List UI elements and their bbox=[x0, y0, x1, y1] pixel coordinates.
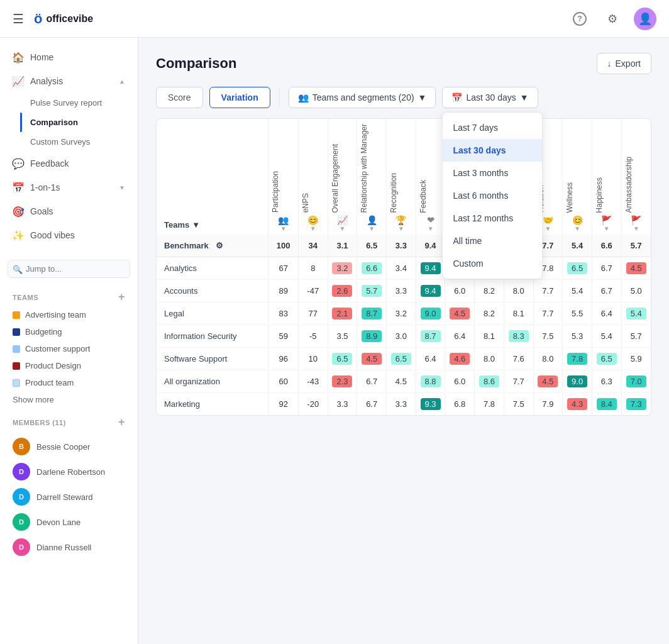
date-option-custom[interactable]: Custom bbox=[443, 252, 542, 275]
participation-sort[interactable]: ▼ bbox=[271, 225, 295, 232]
cell-value-2-0: 83 bbox=[274, 308, 294, 319]
cell-2-9: 7.7 bbox=[533, 303, 563, 325]
date-option-3months[interactable]: Last 3 months bbox=[443, 162, 542, 184]
cell-value-1-7: 8.2 bbox=[479, 285, 499, 297]
sidebar-item-goals[interactable]: 🎯 Goals bbox=[0, 199, 138, 223]
sidebar-item-analysis[interactable]: 📈 Analysis ▲ bbox=[0, 69, 138, 93]
table-row: Software Support96106.54.56.56.44.68.07.… bbox=[157, 348, 651, 370]
feedback-col-icon: ❤ bbox=[419, 215, 443, 225]
date-option-6months[interactable]: Last 6 months bbox=[443, 184, 542, 207]
sidebar-goals-label: Goals bbox=[30, 206, 53, 216]
ambassadorship-icon: 🚩 bbox=[624, 215, 648, 225]
cell-value-3-11: 5.4 bbox=[597, 330, 617, 342]
benchmark-settings-icon[interactable]: ⚙ bbox=[216, 241, 223, 250]
sidebar-analysis-label: Analysis bbox=[30, 76, 63, 86]
tab-variation[interactable]: Variation bbox=[209, 87, 270, 108]
cell-value-5-10: 9.0 bbox=[567, 375, 587, 387]
cell-6-5: 9.3 bbox=[416, 393, 445, 416]
date-filter-button[interactable]: 📅 Last 30 days ▼ bbox=[442, 87, 538, 108]
sidebar-item-1on1s[interactable]: 📅 1-on-1s ▼ bbox=[0, 175, 138, 199]
col-ambassadorship-label: Ambassadorship bbox=[624, 157, 633, 213]
row-label-6: Marketing bbox=[157, 393, 268, 416]
avatar-bessie: B bbox=[13, 438, 30, 455]
ambassadorship-sort[interactable]: ▼ bbox=[624, 225, 648, 232]
member-devon[interactable]: D Devon Lane bbox=[0, 509, 138, 535]
cell-5-6: 6.0 bbox=[445, 370, 475, 393]
cell-value-6-2: 3.3 bbox=[332, 398, 352, 410]
cell-4-8: 7.6 bbox=[504, 348, 533, 370]
jump-to-section: 🔍 bbox=[8, 260, 130, 278]
comparison-table-wrap: Teams ▼ Participation 👥 ▼ bbox=[156, 118, 651, 416]
add-team-button[interactable]: + bbox=[118, 291, 125, 304]
benchmark-ambassadorship: 5.7 bbox=[621, 235, 651, 257]
user-avatar[interactable]: 👤 bbox=[634, 8, 656, 30]
date-dropdown-menu: Last 7 days Last 30 days Last 3 months L… bbox=[442, 112, 543, 279]
settings-button[interactable]: ⚙ bbox=[601, 8, 624, 30]
happiness-sort[interactable]: ▼ bbox=[595, 225, 619, 232]
sub-nav-comparison[interactable]: Comparison bbox=[30, 113, 138, 132]
col-relationship: Relationship with Manager 👤 ▼ bbox=[357, 119, 387, 235]
cell-value-6-12: 7.3 bbox=[626, 398, 646, 410]
sub-nav-pulse-survey[interactable]: Pulse Survey report bbox=[30, 93, 138, 113]
members-section-title: MEMBERS (11) + bbox=[13, 416, 125, 429]
cell-value-5-7: 8.6 bbox=[479, 375, 499, 387]
team-budgeting[interactable]: Budgeting bbox=[0, 323, 138, 340]
cell-value-3-8: 8.3 bbox=[509, 330, 529, 342]
relationship-sort[interactable]: ▼ bbox=[360, 225, 384, 232]
date-option-12months[interactable]: Last 12 months bbox=[443, 207, 542, 230]
overall-sort[interactable]: ▼ bbox=[331, 225, 355, 232]
sidebar-item-feedback[interactable]: 💬 Feedback bbox=[0, 152, 138, 175]
col-enps-label: eNPS bbox=[301, 193, 310, 213]
tab-score[interactable]: Score bbox=[156, 87, 203, 108]
member-bessie[interactable]: B Bessie Cooper bbox=[0, 434, 138, 459]
cell-0-0: 67 bbox=[268, 257, 298, 280]
cell-5-3: 6.7 bbox=[357, 370, 387, 393]
benchmark-participation: 100 bbox=[268, 235, 298, 257]
member-dianne[interactable]: D Dianne Russell bbox=[0, 535, 138, 560]
cell-4-6: 4.6 bbox=[445, 348, 475, 370]
sidebar-item-home[interactable]: 🏠 Home bbox=[0, 45, 138, 69]
cell-value-3-4: 3.0 bbox=[391, 330, 411, 342]
cell-value-1-4: 3.3 bbox=[391, 285, 411, 297]
cell-4-5: 6.4 bbox=[416, 348, 445, 370]
cell-value-2-8: 8.1 bbox=[509, 308, 529, 319]
cell-value-6-1: -20 bbox=[303, 398, 323, 410]
sidebar-item-good-vibes[interactable]: ✨ Good vibes bbox=[0, 223, 138, 247]
sub-nav-custom-surveys[interactable]: Custom Surveys bbox=[30, 132, 138, 152]
cell-2-4: 3.2 bbox=[387, 303, 416, 325]
cell-value-0-0: 67 bbox=[274, 262, 294, 274]
team-customer-support[interactable]: Customer support bbox=[0, 340, 138, 357]
add-member-button[interactable]: + bbox=[118, 416, 125, 429]
show-more-button[interactable]: Show more bbox=[0, 391, 138, 408]
team-dot-product-design bbox=[13, 362, 20, 370]
cell-3-9: 7.5 bbox=[533, 325, 563, 348]
team-product-team[interactable]: Product team bbox=[0, 374, 138, 391]
help-button[interactable]: ? bbox=[568, 8, 591, 30]
member-darlene[interactable]: D Darlene Robertson bbox=[0, 459, 138, 484]
wellness-sort[interactable]: ▼ bbox=[565, 225, 589, 232]
jump-to-input[interactable] bbox=[8, 260, 130, 278]
recognition-sort[interactable]: ▼ bbox=[389, 225, 413, 232]
date-option-30days[interactable]: Last 30 days bbox=[443, 139, 542, 162]
member-darrell[interactable]: D Darrell Steward bbox=[0, 484, 138, 509]
date-filter-chevron: ▼ bbox=[520, 92, 529, 103]
cell-3-4: 3.0 bbox=[387, 325, 416, 348]
teams-filter-button[interactable]: 👥 Teams and segments (20) ▼ bbox=[289, 87, 436, 108]
comparison-wrap: Comparison bbox=[30, 113, 138, 132]
export-button[interactable]: ↓ Export bbox=[597, 53, 651, 74]
date-option-7days[interactable]: Last 7 days bbox=[443, 116, 542, 139]
teams-sort[interactable]: Teams ▼ bbox=[164, 220, 200, 230]
cell-value-4-7: 8.0 bbox=[479, 353, 499, 365]
team-advertising[interactable]: Advertising team bbox=[0, 306, 138, 323]
participation-icon: 👥 bbox=[271, 215, 295, 225]
team-product-design[interactable]: Product Design bbox=[0, 357, 138, 374]
col-wellness: Wellness 😊 ▼ bbox=[563, 119, 592, 235]
cell-2-10: 5.5 bbox=[563, 303, 592, 325]
cell-0-1: 8 bbox=[298, 257, 328, 280]
cell-value-6-6: 6.8 bbox=[450, 398, 470, 410]
col-recognition: Recognition 🏆 ▼ bbox=[387, 119, 416, 235]
feedback-sort[interactable]: ▼ bbox=[419, 225, 443, 232]
menu-icon[interactable]: ☰ bbox=[13, 11, 24, 26]
enps-sort[interactable]: ▼ bbox=[301, 225, 325, 232]
date-option-alltime[interactable]: All time bbox=[443, 230, 542, 252]
